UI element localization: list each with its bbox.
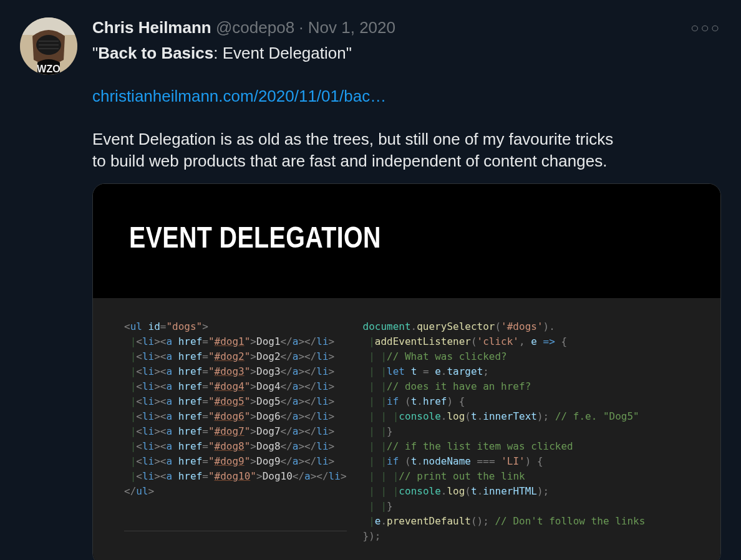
card-hero: EVENT DELEGATION — [93, 184, 720, 298]
tweet: WZO Chris Heilmann @codepo8 · Nov 1, 202… — [20, 17, 721, 560]
tweet-body: "Back to Basics: Event Delegation" chris… — [92, 42, 721, 172]
article-link[interactable]: christianheilmann.com/2020/11/01/bac… — [92, 87, 386, 105]
handle: @codepo8 — [216, 18, 294, 37]
separator-dot: · — [299, 18, 308, 37]
media-card[interactable]: EVENT DELEGATION <ul id="dogs"> |<li><a … — [92, 183, 721, 560]
body-line-2: to build web products that are fast and … — [92, 150, 721, 172]
title-bold: Back to Basics — [98, 44, 213, 62]
code-html: <ul id="dogs"> |<li><a href="#dog1">Dog1… — [124, 319, 347, 531]
post-date: Nov 1, 2020 — [308, 18, 395, 37]
card-code: <ul id="dogs"> |<li><a href="#dog1">Dog1… — [93, 298, 720, 560]
avatar[interactable]: WZO — [20, 17, 77, 75]
author-line[interactable]: Chris Heilmann @codepo8 · Nov 1, 2020 — [92, 17, 395, 39]
more-options-icon[interactable]: ○○○ — [683, 17, 721, 39]
svg-text:WZO: WZO — [37, 64, 60, 74]
tweet-title-line: "Back to Basics: Event Delegation" — [92, 42, 721, 64]
title-rest: : Event Delegation — [213, 44, 346, 62]
display-name: Chris Heilmann — [92, 18, 211, 37]
card-heading: EVENT DELEGATION — [129, 220, 584, 254]
code-js: document.querySelector('#dogs'). |addEve… — [363, 319, 693, 544]
body-line-1: Event Delegation is as old as the trees,… — [92, 128, 721, 150]
